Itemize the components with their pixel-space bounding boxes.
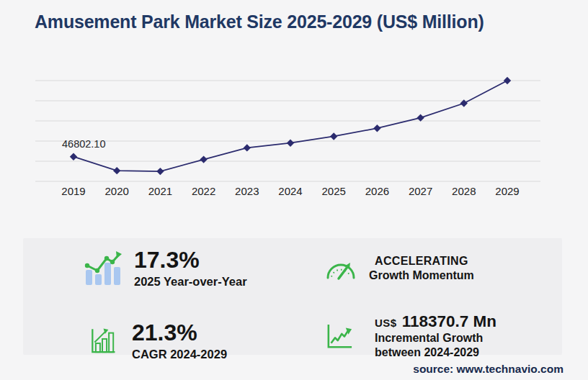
data-point-2026	[373, 125, 380, 132]
data-point-2027	[416, 114, 424, 121]
incremental-label-line1: Incremental Growth	[375, 331, 496, 345]
data-label-2019: 46802.10	[62, 138, 105, 150]
speedometer-icon	[324, 255, 357, 282]
cagr-label: CAGR 2024-2029	[132, 348, 227, 361]
source-credit: source: www.technavio.com	[413, 363, 564, 376]
trend-axis-arrow-icon	[326, 324, 353, 349]
x-tick-2024: 2024	[278, 185, 302, 197]
momentum-label: Growth Momentum	[369, 268, 474, 283]
growth-bars-arrow-icon	[89, 327, 116, 355]
incremental-value-line: US$118370.7 Mn	[375, 312, 496, 331]
data-point-2025	[330, 132, 337, 140]
market-size-line	[74, 81, 507, 171]
data-point-2024	[287, 139, 294, 146]
market-size-line-chart: 46802.1020192020202120222023202420252026…	[0, 0, 588, 216]
momentum-title: ACCELERATING	[375, 254, 468, 268]
x-tick-2019: 2019	[61, 185, 85, 197]
x-tick-2021: 2021	[148, 185, 172, 197]
stat-incremental-growth: US$118370.7 Mn Incremental Growth betwee…	[326, 312, 496, 360]
x-tick-2026: 2026	[365, 185, 389, 197]
stat-growth-momentum: ACCELERATING Growth Momentum	[324, 254, 474, 282]
x-tick-2027: 2027	[409, 185, 432, 197]
x-tick-2029: 2029	[495, 185, 519, 197]
data-point-2022	[200, 155, 207, 163]
x-tick-2022: 2022	[192, 185, 215, 197]
data-point-2020	[113, 167, 120, 174]
yoy-label: 2025 Year-over-Year	[134, 275, 247, 289]
data-point-2023	[244, 144, 251, 151]
currency-prefix: US$	[375, 317, 397, 329]
stat-cagr: 21.3% CAGR 2024-2029	[89, 321, 227, 361]
x-tick-2028: 2028	[452, 185, 476, 197]
incremental-label-line2: between 2024-2029	[375, 345, 496, 360]
cagr-value: 21.3%	[132, 321, 227, 345]
x-tick-2023: 2023	[235, 185, 259, 197]
stat-yoy: 17.3% 2025 Year-over-Year	[84, 248, 247, 289]
yoy-value: 17.3%	[134, 248, 247, 272]
data-point-2021	[156, 168, 164, 175]
data-point-2019	[70, 153, 77, 160]
data-point-2029	[504, 77, 511, 84]
incremental-value: 118370.7 Mn	[402, 312, 496, 330]
x-tick-2020: 2020	[105, 185, 129, 197]
x-tick-2025: 2025	[322, 185, 346, 197]
bar-chart-trend-icon	[84, 250, 122, 286]
